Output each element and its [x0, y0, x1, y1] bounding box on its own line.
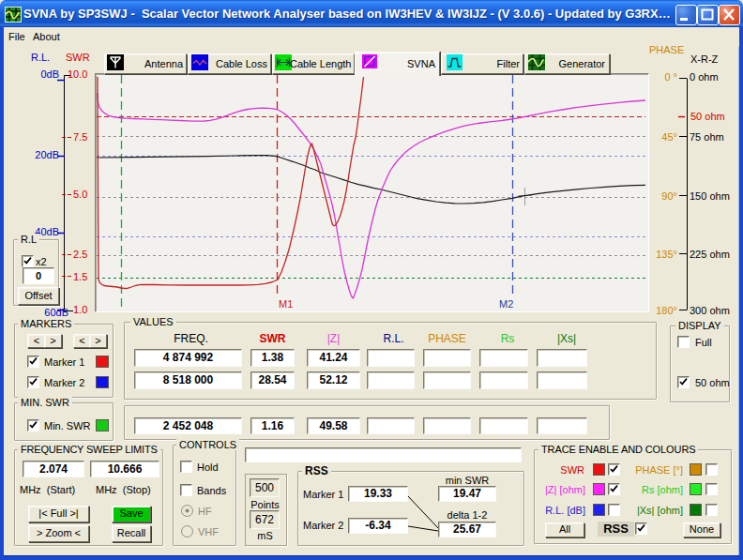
svg-text:M1: M1	[279, 298, 293, 309]
svg-text:M2: M2	[499, 298, 513, 309]
